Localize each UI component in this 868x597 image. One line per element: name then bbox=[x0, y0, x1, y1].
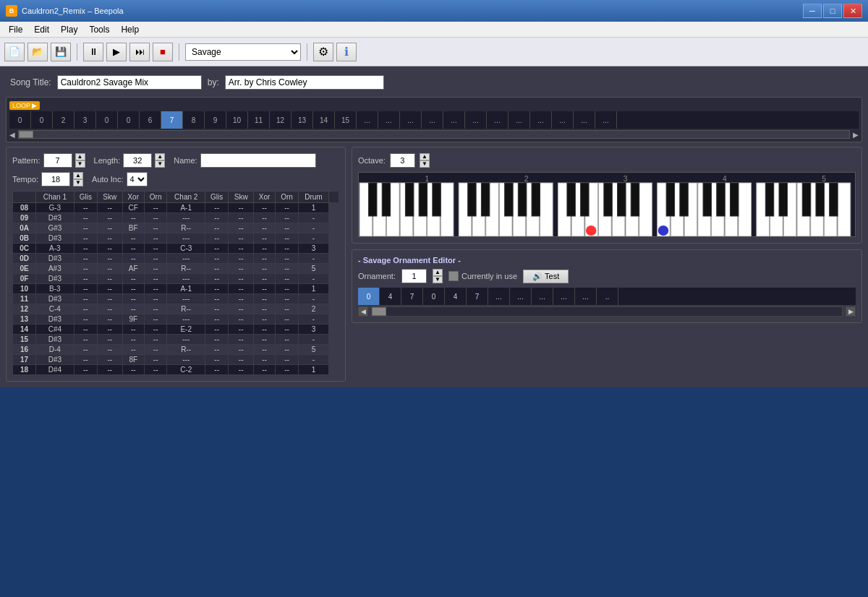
cell-1[interactable]: D#3 bbox=[36, 233, 75, 244]
timeline-cell-17[interactable]: ... bbox=[378, 111, 400, 129]
cell-4[interactable]: -- bbox=[122, 345, 144, 355]
timeline-cell-12[interactable]: 12 bbox=[270, 111, 292, 129]
maximize-button[interactable]: □ bbox=[823, 4, 842, 18]
ornament-cell-4[interactable]: 4 bbox=[445, 288, 467, 305]
cell-11[interactable]: 1 bbox=[298, 365, 328, 375]
cell-2[interactable]: -- bbox=[74, 325, 97, 335]
cell-8[interactable]: -- bbox=[229, 304, 254, 314]
cell-1[interactable]: D#3 bbox=[36, 213, 75, 223]
cell-11[interactable]: 1 bbox=[298, 203, 328, 213]
cell-5[interactable]: -- bbox=[144, 223, 167, 233]
cell-4[interactable]: -- bbox=[122, 284, 144, 294]
cell-9[interactable]: -- bbox=[254, 254, 276, 264]
cell-3[interactable]: -- bbox=[98, 304, 123, 314]
cell-7[interactable]: -- bbox=[205, 314, 228, 325]
cell-1[interactable]: D#3 bbox=[36, 294, 75, 304]
pattern-input[interactable] bbox=[43, 153, 72, 168]
timeline-cell-16[interactable]: ... bbox=[357, 111, 378, 129]
cell-9[interactable]: -- bbox=[254, 335, 276, 345]
table-row[interactable]: 09D#3-------------------- bbox=[13, 213, 339, 223]
table-row[interactable]: 0BD#3-------------------- bbox=[13, 233, 339, 244]
cell-2[interactable]: -- bbox=[74, 304, 97, 314]
cell-6[interactable]: C-2 bbox=[167, 365, 205, 375]
cell-11[interactable]: - bbox=[298, 355, 328, 365]
cell-2[interactable]: -- bbox=[74, 314, 97, 325]
cell-11[interactable]: 5 bbox=[298, 345, 328, 355]
ornament-cell-3[interactable]: 0 bbox=[423, 288, 445, 305]
timeline-cell-3[interactable]: 3 bbox=[75, 111, 96, 129]
cell-3[interactable]: -- bbox=[98, 345, 123, 355]
table-row[interactable]: 15D#3-------------------- bbox=[13, 335, 339, 345]
table-row[interactable]: 10B-3--------A-1--------1 bbox=[13, 284, 339, 294]
cell-5[interactable]: -- bbox=[144, 325, 167, 335]
timeline-cell-18[interactable]: ... bbox=[400, 111, 422, 129]
cell-2[interactable]: -- bbox=[74, 233, 97, 244]
ornament-cell-2[interactable]: 7 bbox=[401, 288, 423, 305]
ornament-down[interactable]: ▼ bbox=[433, 276, 443, 283]
tempo-up[interactable]: ▲ bbox=[73, 172, 83, 179]
cell-4[interactable]: -- bbox=[122, 325, 144, 335]
cell-9[interactable]: -- bbox=[254, 365, 276, 375]
table-row[interactable]: 13D#3----9F-------------- bbox=[13, 314, 339, 325]
timeline-cell-13[interactable]: 13 bbox=[292, 111, 313, 129]
cell-4[interactable]: AF bbox=[122, 264, 144, 274]
cell-7[interactable]: -- bbox=[205, 213, 228, 223]
cell-6[interactable]: C-3 bbox=[167, 244, 205, 254]
play-from-button[interactable]: ⏭ bbox=[129, 43, 150, 61]
cell-8[interactable]: -- bbox=[229, 233, 254, 244]
table-row[interactable]: 17D#3----8F-------------- bbox=[13, 355, 339, 365]
cell-9[interactable]: -- bbox=[254, 294, 276, 304]
close-button[interactable]: ✕ bbox=[843, 4, 862, 18]
cell-11[interactable]: 1 bbox=[298, 284, 328, 294]
ornament-scroll-left[interactable]: ◀ bbox=[358, 306, 368, 317]
cell-11[interactable]: - bbox=[298, 223, 328, 233]
cell-10[interactable]: -- bbox=[276, 223, 299, 233]
cell-8[interactable]: -- bbox=[229, 355, 254, 365]
timeline-cell-1[interactable]: 0 bbox=[31, 111, 53, 129]
cell-9[interactable]: -- bbox=[254, 325, 276, 335]
cell-1[interactable]: A#3 bbox=[36, 264, 75, 274]
test-button[interactable]: 🔊 Test bbox=[523, 270, 569, 283]
cell-7[interactable]: -- bbox=[205, 254, 228, 264]
info-button[interactable]: ℹ bbox=[336, 43, 357, 61]
cell-9[interactable]: -- bbox=[254, 213, 276, 223]
cell-5[interactable]: -- bbox=[144, 294, 167, 304]
pattern-down[interactable]: ▼ bbox=[75, 160, 85, 168]
cell-5[interactable]: -- bbox=[144, 355, 167, 365]
cell-9[interactable]: -- bbox=[254, 304, 276, 314]
cell-8[interactable]: -- bbox=[229, 284, 254, 294]
cell-1[interactable]: C-4 bbox=[36, 304, 75, 314]
length-input[interactable] bbox=[123, 153, 152, 168]
new-button[interactable]: 📄 bbox=[4, 43, 25, 61]
table-row[interactable]: 18D#4--------C-2--------1 bbox=[13, 365, 339, 375]
table-row[interactable]: 0CA-3--------C-3--------3 bbox=[13, 244, 339, 254]
cell-3[interactable]: -- bbox=[98, 284, 123, 294]
cell-1[interactable]: C#4 bbox=[36, 325, 75, 335]
cell-8[interactable]: -- bbox=[229, 223, 254, 233]
ornament-cell-0[interactable]: 0 bbox=[358, 288, 380, 305]
cell-3[interactable]: -- bbox=[98, 203, 123, 213]
cell-8[interactable]: -- bbox=[229, 264, 254, 274]
cell-4[interactable]: 8F bbox=[122, 355, 144, 365]
timeline-cell-27[interactable]: ... bbox=[595, 111, 617, 129]
menu-play[interactable]: Play bbox=[55, 23, 83, 36]
cell-5[interactable]: -- bbox=[144, 314, 167, 325]
cell-5[interactable]: -- bbox=[144, 345, 167, 355]
cell-3[interactable]: -- bbox=[98, 233, 123, 244]
cell-8[interactable]: -- bbox=[229, 314, 254, 325]
piano-keyboard[interactable]: /* keys drawn below */ 1 2 3 4 5 bbox=[358, 172, 856, 237]
cell-11[interactable]: 5 bbox=[298, 264, 328, 274]
cell-7[interactable]: -- bbox=[205, 223, 228, 233]
length-down[interactable]: ▼ bbox=[155, 160, 165, 168]
cell-10[interactable]: -- bbox=[276, 355, 299, 365]
timeline-cell-9[interactable]: 9 bbox=[205, 111, 226, 129]
cell-6[interactable]: R-- bbox=[167, 223, 205, 233]
cell-9[interactable]: -- bbox=[254, 233, 276, 244]
ornament-scroll-right[interactable]: ▶ bbox=[846, 306, 856, 317]
cell-2[interactable]: -- bbox=[74, 223, 97, 233]
cell-4[interactable]: -- bbox=[122, 213, 144, 223]
ornament-scrollbar-track[interactable] bbox=[371, 306, 843, 317]
cell-2[interactable]: -- bbox=[74, 335, 97, 345]
cell-3[interactable]: -- bbox=[98, 314, 123, 325]
cell-11[interactable]: - bbox=[298, 233, 328, 244]
